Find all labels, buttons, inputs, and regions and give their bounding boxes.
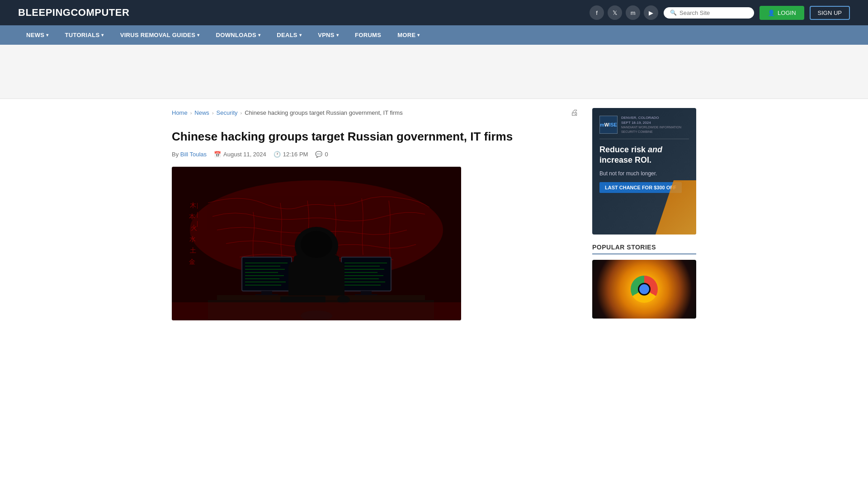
- user-icon: 👤: [768, 9, 775, 16]
- search-box[interactable]: 🔍: [664, 7, 754, 19]
- chevron-down-icon: ▾: [417, 33, 420, 38]
- facebook-icon[interactable]: f: [590, 5, 604, 20]
- social-icons: f 𝕏 m ▶: [590, 5, 658, 20]
- author-link[interactable]: Bill Toulas: [180, 151, 207, 158]
- article-meta: By Bill Toulas 📅 August 11, 2024 🕐 12:16…: [172, 151, 579, 158]
- ad-logo-area: mWISE DENVER, COLORADO SEPT 18-19, 2024 …: [599, 115, 689, 139]
- popular-stories-title: POPULAR STORIES: [592, 244, 696, 254]
- chevron-down-icon: ▾: [258, 33, 260, 38]
- nav-item-tutorials[interactable]: TUTORIALS ▾: [57, 25, 112, 45]
- logo-plain: BLEEPING: [18, 7, 71, 18]
- svg-text:火: 火: [191, 225, 197, 231]
- breadcrumb-current: Chinese hacking groups target Russian go…: [245, 109, 402, 116]
- breadcrumb-sep: ›: [190, 110, 192, 116]
- login-button[interactable]: 👤 LOGIN: [760, 6, 804, 20]
- popular-story-image[interactable]: [592, 260, 696, 319]
- comment-icon: 💬: [315, 151, 322, 158]
- twitter-icon[interactable]: 𝕏: [608, 5, 622, 20]
- nav-item-forums[interactable]: FORUMS: [347, 25, 389, 45]
- breadcrumb-news[interactable]: News: [194, 109, 209, 116]
- hero-svg: 木 本 火 水 土 金 | | |: [172, 167, 461, 320]
- svg-text:土: 土: [190, 247, 196, 254]
- search-icon: 🔍: [670, 9, 677, 16]
- svg-rect-40: [280, 296, 326, 303]
- nav-item-downloads[interactable]: DOWNLOADS ▾: [208, 25, 269, 45]
- svg-text:木: 木: [190, 202, 196, 209]
- breadcrumb-home[interactable]: Home: [172, 109, 188, 116]
- svg-rect-21: [261, 291, 272, 295]
- nav-item-news[interactable]: NEWS ▾: [18, 25, 57, 45]
- svg-rect-33: [361, 291, 372, 295]
- svg-text:|: |: [197, 202, 198, 209]
- ad-logo: mWISE: [599, 116, 618, 134]
- svg-text:本: 本: [189, 213, 195, 220]
- svg-text:金: 金: [189, 258, 195, 265]
- site-header: BLEEPINGCOMPUTER f 𝕏 m ▶ 🔍 👤 LOGIN SIGN …: [0, 0, 868, 25]
- nav-item-deals[interactable]: DEALS ▾: [269, 25, 310, 45]
- ad-location: DENVER, COLORADO SEPT 18-19, 2024 MANDIA…: [621, 115, 689, 134]
- header-right: f 𝕏 m ▶ 🔍 👤 LOGIN SIGN UP: [590, 5, 850, 20]
- breadcrumb-sep: ›: [241, 110, 242, 116]
- article-hero-image: 木 本 火 水 土 金 | | |: [172, 167, 461, 320]
- ad-banner-top: [0, 45, 868, 99]
- logo-bold: COMPUTER: [71, 7, 129, 18]
- svg-text:水: 水: [189, 236, 196, 243]
- print-icon[interactable]: 🖨: [571, 108, 579, 117]
- svg-text:|: |: [197, 220, 198, 227]
- ad-headline: Reduce risk and increase ROI.: [599, 145, 689, 166]
- clock-icon: 🕐: [274, 151, 281, 158]
- chevron-down-icon: ▾: [46, 33, 48, 38]
- breadcrumb-security[interactable]: Security: [217, 109, 238, 116]
- chrome-logo: [631, 276, 658, 303]
- mastodon-icon[interactable]: m: [626, 5, 640, 20]
- sidebar: mWISE DENVER, COLORADO SEPT 18-19, 2024 …: [592, 108, 696, 320]
- main-container: Home › News › Security › Chinese hacking…: [163, 99, 705, 329]
- nav-item-vpns[interactable]: VPNS ▾: [310, 25, 347, 45]
- main-nav: NEWS ▾ TUTORIALS ▾ VIRUS REMOVAL GUIDES …: [0, 25, 868, 45]
- content-area: Home › News › Security › Chinese hacking…: [172, 108, 579, 320]
- chevron-down-icon: ▾: [101, 33, 104, 38]
- breadcrumb-sep: ›: [212, 110, 214, 116]
- youtube-icon[interactable]: ▶: [644, 5, 658, 20]
- ad-cta-button[interactable]: LAST CHANCE FOR $300 OFF: [599, 182, 682, 193]
- svg-text:|: |: [197, 211, 198, 218]
- ad-sub: But not for much longer.: [599, 170, 689, 177]
- chevron-down-icon: ▾: [336, 33, 339, 38]
- nav-item-virus-removal[interactable]: VIRUS REMOVAL GUIDES ▾: [112, 25, 208, 45]
- chevron-down-icon: ▾: [197, 33, 199, 38]
- svg-rect-42: [172, 302, 461, 320]
- article-date: 📅 August 11, 2024: [214, 151, 266, 158]
- popular-stories: POPULAR STORIES: [592, 244, 696, 319]
- chevron-down-icon: ▾: [299, 33, 302, 38]
- calendar-icon: 📅: [214, 151, 221, 158]
- article-author: By Bill Toulas: [172, 151, 207, 158]
- site-logo[interactable]: BLEEPINGCOMPUTER: [18, 7, 129, 19]
- search-input[interactable]: [679, 9, 748, 16]
- breadcrumb: Home › News › Security › Chinese hacking…: [172, 108, 579, 122]
- nav-item-more[interactable]: MORE ▾: [389, 25, 428, 45]
- article-title: Chinese hacking groups target Russian go…: [172, 129, 579, 145]
- article-time: 🕐 12:16 PM: [274, 151, 308, 158]
- article-comments[interactable]: 💬 0: [315, 151, 328, 158]
- svg-point-39: [301, 231, 332, 258]
- signup-button[interactable]: SIGN UP: [810, 6, 850, 20]
- sidebar-ad[interactable]: mWISE DENVER, COLORADO SEPT 18-19, 2024 …: [592, 108, 696, 235]
